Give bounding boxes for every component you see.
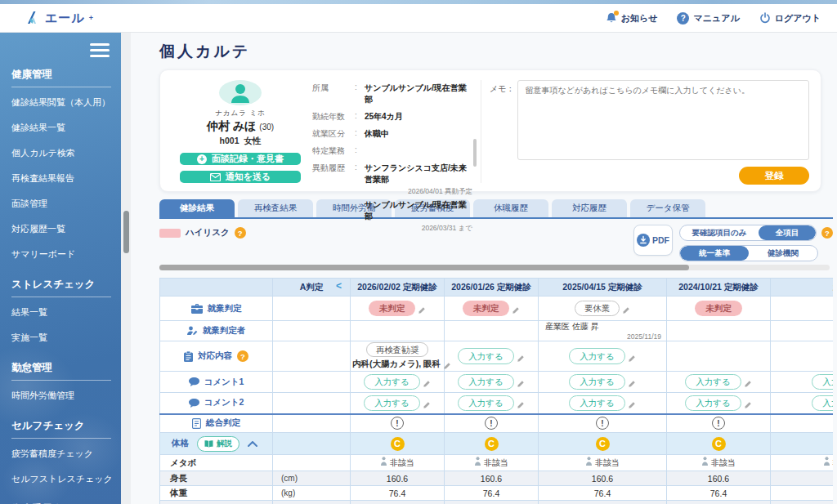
input-pill[interactable]: 入力する (569, 395, 625, 412)
measure-value: 76.4 (710, 488, 727, 498)
high-risk-help-icon[interactable]: ? (235, 227, 246, 239)
memo-textarea[interactable] (517, 80, 809, 160)
menu-toggle-button[interactable] (90, 43, 110, 57)
field-value: 休職中 (365, 128, 472, 140)
edit-pencil-icon[interactable] (628, 380, 636, 388)
explain-button[interactable]: 解説 (197, 436, 239, 452)
edit-pencil-icon[interactable] (418, 306, 426, 314)
row-unit: 18.5~24.9 (273, 501, 351, 504)
interview-record-button[interactable]: + 面談記録・意見書 (180, 153, 301, 165)
edit-pencil-icon[interactable] (744, 380, 752, 388)
sidebar-item-saikensa-houkoku[interactable]: 再検査結果報告 (0, 166, 121, 191)
edit-pencil-icon[interactable] (744, 401, 752, 409)
edit-pencil-icon[interactable] (517, 401, 525, 409)
memo-label: メモ： (490, 80, 514, 183)
sidebar-item-stress-kekka[interactable]: 結果一覧 (0, 300, 121, 325)
sidebar-item-kenshin-etsuran[interactable]: 健診結果閲覧（本人用） (0, 90, 121, 115)
table-horizontal-scrollbar[interactable] (159, 265, 830, 270)
grade-c-badge: C (391, 437, 405, 451)
field-label: 勤続年数 (312, 111, 355, 123)
page-title: 個人カルテ (159, 41, 837, 62)
input-pill[interactable]: 入力する (685, 395, 741, 412)
filter-all-items[interactable]: 全項目 (759, 225, 816, 240)
input-pill[interactable]: 入力する (812, 395, 833, 412)
edit-pencil-icon[interactable] (512, 306, 520, 314)
sidebar-item-karte-search[interactable]: 個人カルテ検索 (0, 140, 121, 166)
response-help-icon[interactable]: ? (237, 350, 248, 362)
logout-link[interactable]: ログアウト (759, 12, 821, 25)
row-comment2: コメント2 入力する 入力する 入力する 入力する 入力する (160, 393, 834, 414)
measure-value: 160.6 (481, 474, 502, 484)
sidebar-item-hirou-check[interactable]: 疲労蓄積度チェック (0, 441, 121, 466)
send-notification-button[interactable]: 通知を送る (180, 171, 301, 183)
edit-pencil-icon[interactable] (622, 306, 630, 314)
tab-taiou-rireki[interactable]: 対応履歴 (552, 199, 627, 217)
transfer-entry: サンプルサンプル/現在営業部 (365, 200, 467, 221)
sidebar-item-stress-jisshi[interactable]: 実施一覧 (0, 325, 121, 350)
main-content: 個人カルテ ナカムラ ミホ 仲村 みほ (30) h001 女性 + 面談記録・… (131, 33, 837, 504)
edit-pencil-icon[interactable] (423, 401, 431, 409)
pdf-export-button[interactable]: PDF (633, 225, 673, 256)
sidebar-item-jikangai[interactable]: 時間外労働管理 (0, 383, 121, 408)
bell-icon (606, 12, 617, 25)
table-scrollbar-thumb[interactable] (159, 265, 689, 270)
edit-pencil-icon[interactable] (628, 355, 636, 363)
input-pill[interactable]: 入力する (458, 395, 514, 412)
row-physique-section: 体格解説 C C C C C (160, 433, 834, 455)
edit-pencil-icon[interactable] (423, 380, 431, 388)
response-text: 内科(大腸カメラ), 眼科 (352, 359, 441, 368)
alert-circle-icon: ! (485, 417, 498, 430)
row-comment1: コメント1 入力する 入力する 入力する 入力する 入力する (160, 372, 834, 393)
edit-pencil-icon[interactable] (443, 362, 451, 370)
notices-link[interactable]: お知らせ (606, 12, 658, 25)
edit-pencil-icon[interactable] (628, 401, 636, 409)
tab-kenshin-kekka[interactable]: 健診結果 (159, 199, 235, 217)
basis-unified[interactable]: 統一基準 (680, 246, 749, 261)
metabo-value: 非該当 (833, 458, 834, 467)
sidebar-item-taiou-rireki[interactable]: 対応履歴一覧 (0, 216, 121, 242)
sidebar-item-self-stress[interactable]: セルフストレスチェック (0, 466, 121, 492)
patient-summary: ナカムラ ミホ 仲村 みほ (30) h001 女性 + 面談記録・意見書 通知… (172, 80, 309, 183)
basis-institution[interactable]: 健診機関 (749, 246, 817, 261)
filter-help-icon[interactable]: ? (821, 227, 833, 239)
tab-data-hokan[interactable]: データ保管 (630, 199, 705, 217)
sidebar-scrollbar[interactable] (121, 33, 131, 504)
collapse-section-chevron-icon[interactable] (248, 441, 257, 447)
input-pill[interactable]: 入力する (812, 374, 833, 390)
row-height: 身長 (cm) 160.6 160.6 160.6 160.6 (160, 471, 834, 486)
register-button[interactable]: 登録 (739, 167, 809, 185)
input-pill[interactable]: 入力する (458, 348, 514, 364)
filter-confirm-only[interactable]: 要確認項目のみ (680, 225, 759, 240)
explain-label: 解説 (217, 439, 232, 449)
alert-circle-icon: ! (596, 417, 609, 430)
row-label: 体重 (160, 486, 273, 501)
metabo-value: 非該当 (711, 458, 736, 467)
patient-card: ナカムラ ミホ 仲村 みほ (30) h001 女性 + 面談記録・意見書 通知… (159, 69, 821, 192)
input-pill[interactable]: 入力する (569, 348, 625, 364)
measure-value: 76.4 (483, 488, 499, 498)
input-pill[interactable]: 入力する (685, 374, 741, 390)
sidebar-section-selfcheck: セルフチェック (11, 419, 111, 439)
pdf-label: PDF (652, 235, 669, 245)
metabo-person-icon (585, 457, 593, 466)
input-pill[interactable]: 入力する (364, 374, 420, 390)
tab-kyuushoku-rireki[interactable]: 休職履歴 (473, 199, 548, 217)
tab-saikensa-kekka[interactable]: 再検査結果 (238, 199, 313, 217)
edit-pencil-icon[interactable] (517, 380, 525, 388)
row-response-content: 対応内容? 再検査勧奨内科(大腸カメラ), 眼科 入力する 入力する (160, 341, 834, 372)
sidebar-item-mendan-kanri[interactable]: 面談管理 (0, 191, 121, 216)
collapse-columns-chevron[interactable]: < (336, 280, 342, 292)
fields-scrollbar-thumb[interactable] (473, 139, 477, 167)
input-pill[interactable]: 入力する (569, 374, 625, 390)
header-exam-date: 2025/04/15 定期健診 (539, 279, 667, 297)
edit-pencil-icon[interactable] (517, 355, 525, 363)
input-pill[interactable]: 入力する (458, 374, 514, 390)
sidebar-item-kenshin-ichiran[interactable]: 健診結果一覧 (0, 115, 121, 140)
sidebar-item-summary-board[interactable]: サマリーボード (0, 242, 121, 267)
transfer-note: 2026/04/01 異動予定 (365, 187, 472, 197)
input-pill[interactable]: 入力する (364, 395, 420, 412)
high-risk-legend: ハイリスク ? (159, 227, 246, 239)
transfer-note: 2026/03/31 まで (365, 224, 472, 234)
manual-link[interactable]: ? マニュアル (677, 12, 739, 25)
sidebar-scrollbar-thumb[interactable] (123, 211, 129, 253)
